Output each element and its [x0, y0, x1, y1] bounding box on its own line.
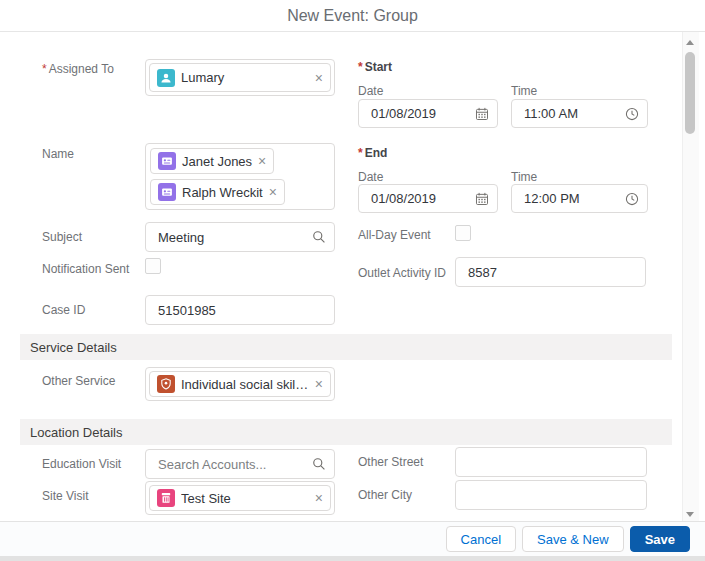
case-id-field [145, 295, 335, 325]
other-service-pill-label: Individual social skills develo... [181, 377, 309, 392]
education-visit-input[interactable] [145, 449, 335, 479]
name-label: Name [42, 147, 74, 161]
end-date-field [358, 184, 498, 213]
remove-pill-icon[interactable]: × [269, 185, 277, 199]
remove-pill-icon[interactable]: × [315, 377, 323, 391]
site-building-icon [157, 489, 175, 507]
start-time-field [511, 99, 648, 128]
start-time-label: Time [511, 84, 537, 98]
notification-sent-label: Notification Sent [42, 262, 129, 276]
name-pill-label: Janet Jones [182, 154, 252, 169]
required-asterisk: * [42, 62, 47, 76]
other-city-field [455, 480, 647, 510]
scrollbar-thumb[interactable] [685, 52, 695, 134]
remove-pill-icon[interactable]: × [315, 71, 323, 85]
service-shield-icon [157, 375, 175, 393]
service-details-section-header: Service Details [20, 334, 672, 360]
contact-avatar-icon [158, 152, 176, 170]
end-date-label: Date [358, 170, 383, 184]
modal-footer: Cancel Save & New Save [0, 521, 705, 556]
assigned-to-label: *Assigned To [42, 62, 114, 76]
case-id-input[interactable] [145, 295, 335, 325]
education-visit-label: Education Visit [42, 457, 121, 471]
site-visit-lookup[interactable]: Test Site × [145, 481, 335, 515]
calendar-icon[interactable] [475, 192, 489, 206]
page-title: New Event: Group [287, 7, 418, 25]
site-visit-pill-label: Test Site [181, 491, 309, 506]
remove-pill-icon[interactable]: × [315, 491, 323, 505]
assigned-to-pill-label: Lumary [181, 70, 309, 85]
backdrop-strip [0, 556, 705, 561]
name-pill[interactable]: Janet Jones × [150, 148, 274, 174]
save-and-new-button[interactable]: Save & New [522, 526, 624, 552]
outlet-activity-id-input[interactable] [455, 257, 646, 287]
calendar-icon[interactable] [475, 107, 489, 121]
user-avatar-icon [157, 69, 175, 87]
search-icon[interactable] [312, 457, 326, 471]
start-group-label: *Start [358, 60, 392, 74]
end-time-field [511, 184, 648, 213]
site-visit-label: Site Visit [42, 489, 88, 503]
location-details-section-header: Location Details [20, 419, 672, 445]
scroll-up-arrow-icon[interactable] [686, 40, 694, 45]
outlet-activity-id-label: Outlet Activity ID [358, 266, 446, 280]
clock-icon[interactable] [625, 107, 639, 121]
all-day-event-checkbox[interactable] [455, 225, 471, 241]
education-visit-field [145, 449, 335, 479]
name-lookup[interactable]: Janet Jones × Ralph Wreckit × [145, 143, 335, 210]
other-city-input[interactable] [455, 480, 647, 510]
other-service-lookup[interactable]: Individual social skills develo... × [145, 367, 335, 401]
other-street-field [455, 447, 647, 477]
required-asterisk: * [358, 60, 363, 74]
subject-field [145, 222, 335, 252]
clock-icon[interactable] [625, 192, 639, 206]
save-button[interactable]: Save [630, 526, 690, 552]
other-city-label: Other City [358, 488, 412, 502]
modal-header: New Event: Group [0, 0, 705, 32]
other-service-label: Other Service [42, 374, 115, 388]
name-pill-label: Ralph Wreckit [182, 185, 263, 200]
other-service-pill[interactable]: Individual social skills develo... × [149, 371, 331, 397]
new-event-modal: New Event: Group *Assigned To Lumary × *… [0, 0, 705, 561]
assigned-to-lookup[interactable]: Lumary × [145, 59, 335, 96]
other-street-label: Other Street [358, 455, 423, 469]
start-date-label: Date [358, 84, 383, 98]
site-visit-pill[interactable]: Test Site × [149, 485, 331, 511]
start-date-field [358, 99, 498, 128]
assigned-to-pill[interactable]: Lumary × [149, 63, 331, 92]
name-pill[interactable]: Ralph Wreckit × [150, 179, 285, 205]
all-day-event-label: All-Day Event [358, 228, 431, 242]
notification-sent-checkbox[interactable] [145, 258, 161, 274]
cancel-button[interactable]: Cancel [446, 526, 516, 552]
search-icon[interactable] [312, 230, 326, 244]
scroll-down-arrow-icon[interactable] [686, 512, 694, 517]
contact-avatar-icon [158, 183, 176, 201]
required-asterisk: * [358, 146, 363, 160]
remove-pill-icon[interactable]: × [258, 154, 266, 168]
subject-label: Subject [42, 230, 82, 244]
other-street-input[interactable] [455, 447, 647, 477]
subject-input[interactable] [145, 222, 335, 252]
end-time-label: Time [511, 170, 537, 184]
case-id-label: Case ID [42, 303, 85, 317]
outlet-activity-id-field [455, 257, 646, 287]
end-group-label: *End [358, 146, 387, 160]
